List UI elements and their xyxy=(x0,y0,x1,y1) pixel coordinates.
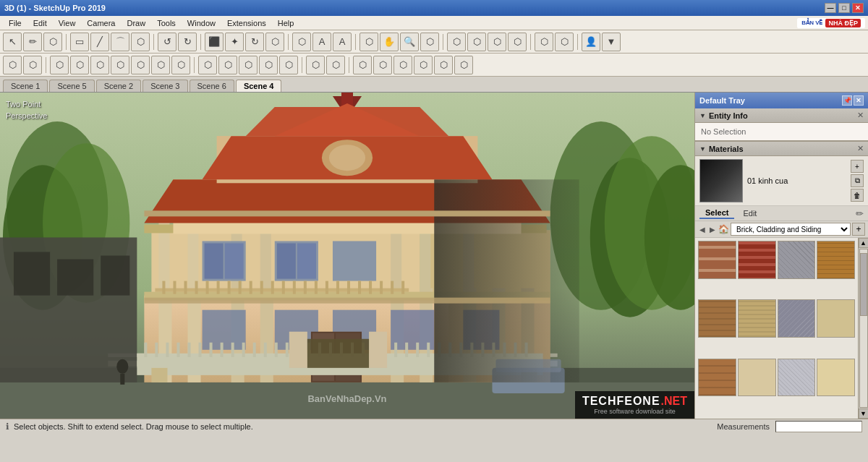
menu-extensions[interactable]: Extensions xyxy=(221,17,272,29)
menu-tools[interactable]: Tools xyxy=(151,17,182,29)
entity-info-close-button[interactable]: ✕ xyxy=(857,111,864,120)
material-scroll-up-button[interactable]: ▲ xyxy=(859,238,869,248)
category-home-icon[interactable]: 🏠 xyxy=(718,224,729,234)
scene-tab-1[interactable]: Scene 1 xyxy=(3,80,48,92)
scene-tab-6[interactable]: Scene 6 xyxy=(190,80,234,92)
view-bottom-button[interactable]: ⬡ xyxy=(171,56,190,74)
scene-tab-4[interactable]: Scene 4 xyxy=(236,80,282,92)
material-edit-tab[interactable]: Edit xyxy=(737,208,762,218)
menu-help[interactable]: Help xyxy=(272,17,300,29)
scene-tab-5[interactable]: Scene 5 xyxy=(49,80,94,92)
section-plane-button[interactable]: ⬡ xyxy=(447,33,466,51)
display-section-button[interactable]: ⬡ xyxy=(373,56,392,74)
warehouse-button[interactable]: ⬡ xyxy=(555,33,574,51)
menu-camera[interactable]: Camera xyxy=(81,17,121,29)
material-select-tab[interactable]: Select xyxy=(699,208,734,219)
view-back-button[interactable]: ⬡ xyxy=(90,56,109,74)
camera2-button[interactable]: ⬡ xyxy=(23,56,42,74)
material-duplicate-button[interactable]: ⧉ xyxy=(851,174,864,187)
camera1-button[interactable]: ⬡ xyxy=(3,56,22,74)
tray-close-button[interactable]: ✕ xyxy=(854,95,864,106)
scale-button[interactable]: ⬡ xyxy=(265,33,284,51)
section-display-button[interactable]: ⬡ xyxy=(467,33,486,51)
axes-button[interactable]: ⬡ xyxy=(414,56,433,74)
measurements-input[interactable] xyxy=(775,421,862,432)
category-back-button[interactable]: ◀ xyxy=(698,226,707,234)
move-button[interactable]: ✦ xyxy=(225,33,244,51)
close-button[interactable]: ✕ xyxy=(852,3,864,13)
text-tool-button[interactable]: A xyxy=(333,33,352,51)
material-swatch-brick4[interactable] xyxy=(698,359,736,397)
component-button[interactable]: ⬡ xyxy=(535,33,553,51)
fog-button[interactable]: ⬡ xyxy=(508,33,527,51)
rotate-button[interactable]: ↻ xyxy=(245,33,264,51)
material-scroll-down-button[interactable]: ▼ xyxy=(859,408,869,419)
shadow2-button[interactable]: ⬡ xyxy=(353,56,372,74)
hidden-line-button[interactable]: ⬡ xyxy=(218,56,237,74)
view-iso-button[interactable]: ⬡ xyxy=(50,56,69,74)
shaded-texture-button[interactable]: ⬡ xyxy=(259,56,278,74)
material-swatch-stone2[interactable] xyxy=(778,299,816,338)
xray-button[interactable]: ⬡ xyxy=(306,56,325,74)
view-front-button[interactable]: ⬡ xyxy=(70,56,89,74)
line-tool-button[interactable]: ╱ xyxy=(90,33,109,51)
guides-button[interactable]: ⬡ xyxy=(434,56,453,74)
menu-draw[interactable]: Draw xyxy=(121,17,151,29)
pan-tool-button[interactable]: ✋ xyxy=(380,33,399,51)
maximize-button[interactable]: □ xyxy=(838,3,850,13)
wireframe-button[interactable]: ⬡ xyxy=(198,56,217,74)
material-delete-button[interactable]: 🗑 xyxy=(851,189,864,202)
section-planes-button[interactable]: ⬡ xyxy=(393,56,412,74)
material-swatch-plaster1[interactable] xyxy=(817,299,855,338)
view-left-button[interactable]: ⬡ xyxy=(111,56,129,74)
scene-tab-2[interactable]: Scene 2 xyxy=(96,80,141,92)
undo-button[interactable]: ↺ xyxy=(158,33,176,51)
paint-tool-button[interactable]: ✏ xyxy=(23,33,42,51)
select-tool-button[interactable]: ↖ xyxy=(3,33,22,51)
category-forward-button[interactable]: ▶ xyxy=(708,226,717,234)
orbit-tool-button[interactable]: ⬡ xyxy=(359,33,378,51)
scene-tab-3[interactable]: Scene 3 xyxy=(142,80,187,92)
materials-section-header[interactable]: ▼ Materials ✕ xyxy=(695,142,868,156)
shadow-button[interactable]: ⬡ xyxy=(488,33,506,51)
material-pencil-icon[interactable]: ✏ xyxy=(856,208,864,219)
material-swatch-brick1[interactable] xyxy=(698,241,736,279)
arc-tool-button[interactable]: ⌒ xyxy=(111,33,129,51)
tape-tool-button[interactable]: ⬡ xyxy=(292,33,311,51)
menu-edit[interactable]: Edit xyxy=(27,17,53,29)
material-swatch-siding1[interactable] xyxy=(738,299,776,338)
menu-window[interactable]: Window xyxy=(182,17,221,29)
eraser-tool-button[interactable]: ⬡ xyxy=(43,33,62,51)
monochrome-button[interactable]: ⬡ xyxy=(279,56,298,74)
tray-pin-button[interactable]: 📌 xyxy=(842,95,852,106)
entity-info-section-header[interactable]: ▼ Entity Info ✕ xyxy=(695,108,868,123)
view-top-button[interactable]: ⬡ xyxy=(151,56,170,74)
push-pull-button[interactable]: ⬛ xyxy=(205,33,224,51)
polygon-tool-button[interactable]: ⬡ xyxy=(131,33,150,51)
material-swatch-wood1[interactable] xyxy=(817,241,855,279)
material-swatch-stone1[interactable] xyxy=(778,241,816,279)
menu-view[interactable]: View xyxy=(53,17,82,29)
shaded-button[interactable]: ⬡ xyxy=(239,56,258,74)
dimension-tool-button[interactable]: A xyxy=(312,33,331,51)
3d-viewport[interactable]: Two Point Perspective BanVeNhaDep.Vn TEC… xyxy=(0,93,694,419)
back-edges-button[interactable]: ⬡ xyxy=(326,56,345,74)
category-add-button[interactable]: + xyxy=(852,223,865,236)
material-swatch-plaster2[interactable] xyxy=(817,359,855,397)
material-swatch-brick2[interactable] xyxy=(738,241,776,279)
material-swatch-brick3[interactable] xyxy=(698,299,736,338)
material-swatch-stucco[interactable] xyxy=(738,359,776,397)
material-create-button[interactable]: + xyxy=(851,160,864,173)
rectangle-tool-button[interactable]: ▭ xyxy=(70,33,89,51)
redo-button[interactable]: ↻ xyxy=(178,33,197,51)
material-swatch-concrete[interactable] xyxy=(778,359,816,397)
materials-close-button[interactable]: ✕ xyxy=(857,144,864,153)
category-select-dropdown[interactable]: Brick, Cladding and Siding Carpet and Te… xyxy=(731,223,851,236)
menu-file[interactable]: File xyxy=(3,17,27,29)
zoom-tool-button[interactable]: 🔍 xyxy=(400,33,419,51)
minimize-button[interactable]: — xyxy=(825,3,836,13)
profile-arrow-button[interactable]: ▼ xyxy=(602,33,621,51)
profile-button[interactable]: 👤 xyxy=(582,33,600,51)
view-right-button[interactable]: ⬡ xyxy=(131,56,150,74)
material-scroll-thumb[interactable] xyxy=(860,253,867,316)
